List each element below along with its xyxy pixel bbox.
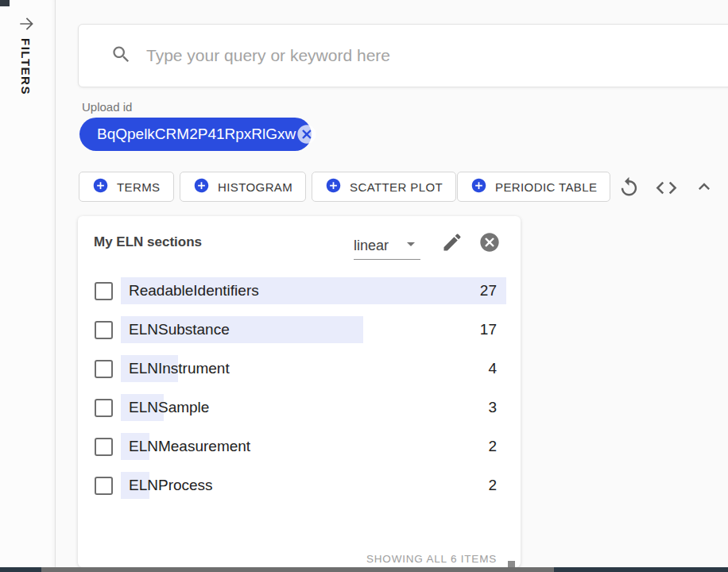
add-scatter-plot-button[interactable]: SCATTER PLOT bbox=[312, 172, 456, 202]
chip-value: BqQpelkCRM2P41RpxRlGxw bbox=[97, 126, 296, 143]
item-checkbox[interactable] bbox=[95, 399, 113, 417]
plus-circle-icon bbox=[470, 177, 487, 196]
scale-select[interactable]: linear bbox=[354, 233, 420, 260]
dropdown-caret-icon bbox=[401, 234, 420, 257]
item-count: 17 bbox=[480, 321, 497, 338]
item-count: 2 bbox=[488, 477, 497, 494]
item-checkbox[interactable] bbox=[95, 282, 113, 300]
widget-edit-button[interactable] bbox=[441, 231, 463, 256]
code-icon bbox=[654, 191, 679, 203]
item-label: ELNMeasurement bbox=[129, 438, 250, 455]
table-row: ELNProcess 2 bbox=[78, 466, 521, 505]
item-checkbox[interactable] bbox=[95, 360, 113, 378]
replay-icon bbox=[618, 189, 641, 201]
item-count: 3 bbox=[488, 399, 497, 416]
filters-sidebar: FILTERS bbox=[0, 0, 56, 572]
search-icon bbox=[110, 44, 146, 68]
sidebar-collapse-button[interactable] bbox=[17, 14, 37, 34]
collapse-up-icon bbox=[693, 188, 715, 200]
search-input[interactable] bbox=[146, 46, 728, 65]
item-label: ELNSubstance bbox=[129, 321, 230, 338]
plus-circle-icon bbox=[325, 177, 342, 196]
item-checkbox[interactable] bbox=[95, 321, 113, 339]
terms-widget-card: My ELN sections linear ReadableIdentifie… bbox=[78, 216, 521, 567]
arrow-right-icon bbox=[17, 25, 37, 37]
plus-circle-icon bbox=[92, 177, 109, 196]
table-row: ELNInstrument 4 bbox=[78, 350, 521, 388]
table-row: ELNMeasurement 2 bbox=[78, 427, 521, 466]
item-checkbox[interactable] bbox=[95, 477, 113, 495]
item-label: ELNSample bbox=[129, 399, 209, 416]
add-terms-button[interactable]: TERMS bbox=[79, 172, 174, 202]
item-count: 2 bbox=[488, 438, 497, 455]
table-row: ReadableIdentifiers 27 bbox=[78, 272, 521, 311]
widget-close-button[interactable] bbox=[478, 231, 501, 256]
add-histogram-button[interactable]: HISTOGRAM bbox=[180, 172, 306, 202]
item-checkbox[interactable] bbox=[95, 438, 113, 456]
horizontal-scrollbar-thumb[interactable] bbox=[41, 567, 554, 572]
add-scatter-plot-label: SCATTER PLOT bbox=[350, 180, 443, 194]
add-terms-label: TERMS bbox=[117, 180, 161, 194]
scale-select-value: linear bbox=[354, 238, 389, 254]
widget-item-list: ReadableIdentifiers 27 ELNSubstance 17 E… bbox=[78, 272, 521, 505]
upload-id-label: Upload id bbox=[82, 100, 132, 114]
widget-footer: SHOWING ALL 6 ITEMS bbox=[366, 553, 497, 565]
upload-id-chip[interactable]: BqQpelkCRM2P41RpxRlGxw bbox=[79, 118, 312, 151]
filter-search-panel: FILTERS Upload id BqQpelkCRM2P41RpxRlGxw… bbox=[0, 0, 728, 572]
query-syntax-button[interactable] bbox=[654, 176, 679, 203]
refresh-results-button[interactable] bbox=[618, 176, 641, 201]
widget-title: My ELN sections bbox=[94, 234, 202, 250]
widget-resize-handle[interactable] bbox=[508, 561, 515, 567]
item-label: ELNInstrument bbox=[129, 360, 230, 377]
item-label: ReadableIdentifiers bbox=[129, 282, 259, 300]
chip-delete-button[interactable] bbox=[296, 123, 318, 145]
item-count: 4 bbox=[488, 360, 497, 377]
add-histogram-label: HISTOGRAM bbox=[218, 180, 292, 194]
add-periodic-table-label: PERIODIC TABLE bbox=[495, 180, 597, 194]
item-label: ELNProcess bbox=[129, 477, 213, 494]
plus-circle-icon bbox=[193, 177, 210, 196]
cancel-icon bbox=[296, 136, 318, 148]
pencil-icon bbox=[441, 244, 463, 256]
add-periodic-table-button[interactable]: PERIODIC TABLE bbox=[457, 172, 610, 202]
cancel-icon bbox=[478, 244, 501, 256]
table-row: ELNSample 3 bbox=[78, 388, 521, 427]
collapse-panel-button[interactable] bbox=[693, 176, 715, 200]
item-count: 27 bbox=[480, 282, 497, 300]
search-bar bbox=[78, 24, 728, 87]
table-row: ELNSubstance 17 bbox=[78, 311, 521, 350]
filters-tab-label[interactable]: FILTERS bbox=[19, 38, 33, 95]
scrollbar-corner bbox=[0, 0, 10, 6]
